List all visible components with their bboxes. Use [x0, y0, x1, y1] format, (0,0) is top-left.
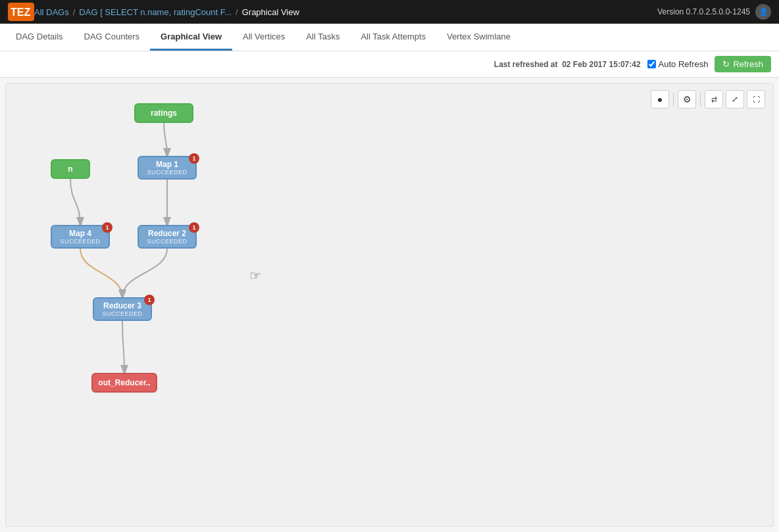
refresh-button[interactable]: ↻ Refresh	[715, 56, 771, 72]
refresh-icon: ↻	[722, 59, 730, 69]
breadcrumb-current: Graphical View	[242, 7, 299, 17]
tabbar: DAG DetailsDAG CountersGraphical ViewAll…	[0, 24, 779, 51]
cursor-indicator: ☞	[249, 268, 261, 283]
refresh-label: Refresh	[733, 59, 763, 69]
dag-node-ratings[interactable]: ratings	[134, 103, 193, 123]
node-status-map1: SUCCEEDED	[147, 169, 187, 176]
node-label-map4: Map 4	[69, 229, 91, 238]
node-label-reducer2: Reducer 2	[148, 229, 186, 238]
logo-area: TEZ	[8, 3, 34, 21]
tab-dag-counters[interactable]: DAG Counters	[74, 24, 151, 51]
dag-node-n[interactable]: n	[51, 159, 90, 179]
node-label-out_reducer: out_Reducer..	[98, 378, 150, 387]
tab-dag-details[interactable]: DAG Details	[5, 24, 74, 51]
node-status-reducer2: SUCCEEDED	[147, 238, 187, 245]
tab-all-task-attempts[interactable]: All Task Attempts	[350, 24, 436, 51]
svg-text:TEZ: TEZ	[11, 7, 30, 18]
node-badge-map4: 1	[102, 222, 113, 233]
dag-node-out_reducer[interactable]: out_Reducer..	[91, 373, 157, 393]
canvas-controls: ● ⚙ ⇄ ⤢ ⛶	[651, 90, 765, 109]
breadcrumb-dag[interactable]: DAG [ SELECT n.name, ratingCount F...	[79, 7, 232, 17]
node-label-reducer3: Reducer 3	[103, 301, 141, 310]
tab-graphical-view[interactable]: Graphical View	[150, 24, 232, 51]
topbar: TEZ All DAGs / DAG [ SELECT n.name, rati…	[0, 0, 779, 24]
split-control-btn[interactable]: ⇄	[705, 90, 723, 109]
dag-node-map4[interactable]: Map 4SUCCEEDED1	[51, 225, 110, 249]
last-refreshed-label: Last refreshed at	[494, 60, 558, 69]
node-badge-map1: 1	[189, 153, 199, 164]
auto-refresh-toggle[interactable]: Auto Refresh	[647, 59, 709, 69]
breadcrumb-sep2: /	[236, 7, 238, 17]
ctrl-divider2	[700, 93, 701, 106]
node-label-n: n	[68, 164, 72, 174]
node-status-reducer3: SUCCEEDED	[102, 310, 142, 317]
node-label-ratings: ratings	[151, 109, 177, 118]
node-badge-reducer2: 1	[189, 222, 199, 233]
breadcrumb-sep1: /	[73, 7, 76, 17]
fullscreen-control-btn[interactable]: ⛶	[747, 90, 765, 109]
breadcrumb-all-dags[interactable]: All DAGs	[34, 7, 69, 17]
expand-control-btn[interactable]: ⤢	[726, 90, 744, 109]
dot-control-btn[interactable]: ●	[651, 90, 669, 109]
node-status-map4: SUCCEEDED	[60, 238, 100, 245]
auto-refresh-label: Auto Refresh	[659, 59, 709, 69]
toolbar: Last refreshed at 02 Feb 2017 15:07:42 A…	[0, 51, 779, 78]
user-avatar[interactable]: 👤	[755, 4, 771, 20]
node-badge-reducer3: 1	[144, 295, 155, 305]
ctrl-divider1	[673, 93, 674, 106]
tab-vertex-swimlane[interactable]: Vertex Swimlane	[436, 24, 521, 51]
dag-canvas[interactable]: ● ⚙ ⇄ ⤢ ⛶ ☞ ratingsMap 1SUCCEEDED1nReduc…	[5, 83, 774, 527]
settings-control-btn[interactable]: ⚙	[678, 90, 696, 109]
dag-node-reducer3[interactable]: Reducer 3SUCCEEDED1	[93, 297, 152, 321]
tab-all-tasks[interactable]: All Tasks	[295, 24, 350, 51]
version-info: Version 0.7.0.2.5.0.0-1245	[657, 7, 750, 16]
dag-node-reducer2[interactable]: Reducer 2SUCCEEDED1	[138, 225, 197, 249]
auto-refresh-checkbox[interactable]	[647, 60, 656, 68]
last-refreshed-text: Last refreshed at 02 Feb 2017 15:07:42	[494, 60, 641, 69]
tab-all-vertices[interactable]: All Vertices	[232, 24, 295, 51]
breadcrumb: All DAGs / DAG [ SELECT n.name, ratingCo…	[34, 7, 657, 17]
dag-node-map1[interactable]: Map 1SUCCEEDED1	[138, 156, 197, 180]
last-refreshed-time: 02 Feb 2017 15:07:42	[562, 60, 640, 69]
node-label-map1: Map 1	[156, 160, 178, 169]
tez-logo: TEZ	[8, 3, 34, 21]
